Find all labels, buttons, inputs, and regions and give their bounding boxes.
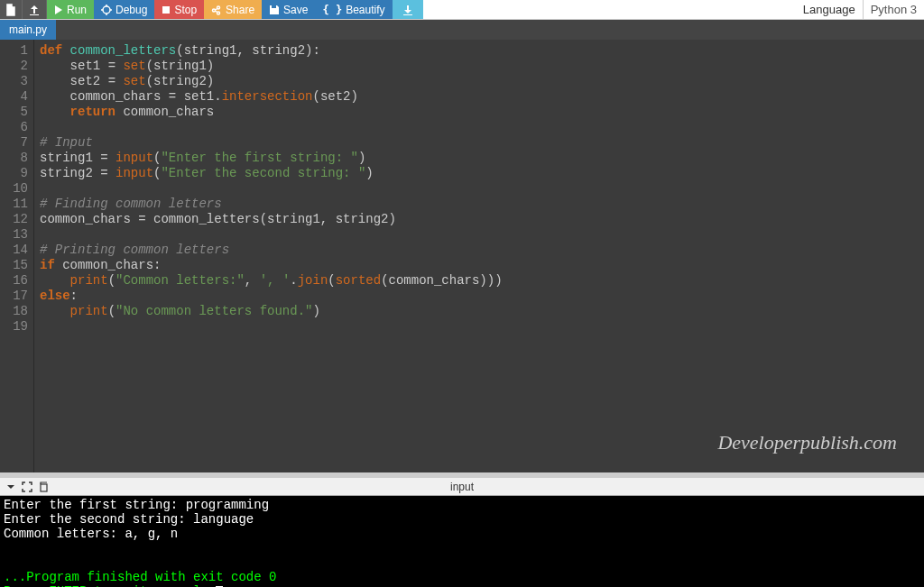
console-line: Common letters: a, g, n (4, 527, 920, 541)
line-number: 13 (4, 227, 28, 243)
line-number: 6 (4, 120, 28, 135)
tab-main-py[interactable]: main.py (0, 20, 56, 40)
line-number: 4 (4, 89, 28, 105)
code-line[interactable]: print("No common letters found.") (40, 304, 919, 319)
toolbar: Run Debug Stop Share Save { } Beautify L… (0, 0, 924, 20)
line-number: 1 (4, 43, 28, 59)
svg-point-0 (103, 6, 110, 14)
line-number: 11 (4, 197, 28, 212)
line-number: 12 (4, 212, 28, 227)
line-number: 3 (4, 74, 28, 89)
code-line[interactable]: common_chars = set1.intersection(set2) (40, 89, 919, 105)
open-file-button[interactable] (23, 0, 47, 19)
code-line[interactable]: # Finding common letters (40, 197, 919, 212)
share-icon (211, 5, 222, 15)
braces-icon: { } (322, 4, 342, 16)
line-number: 9 (4, 166, 28, 181)
line-number: 16 (4, 273, 28, 289)
stop-icon (162, 5, 171, 14)
code-line[interactable]: string1 = input("Enter the first string:… (40, 151, 919, 166)
console[interactable]: Enter the first string: programmingEnter… (0, 496, 924, 587)
stop-button[interactable]: Stop (154, 0, 204, 19)
code-line[interactable]: common_chars = common_letters(string1, s… (40, 212, 919, 227)
console-title: input (450, 481, 474, 493)
beautify-label: Beautify (346, 4, 384, 16)
debug-label: Debug (116, 4, 147, 16)
line-number: 2 (4, 59, 28, 74)
code-line[interactable]: print("Common letters:", ', '.join(sorte… (40, 273, 919, 289)
console-line: ...Program finished with exit code 0 (4, 570, 920, 584)
line-number: 7 (4, 135, 28, 151)
console-line (4, 555, 920, 570)
code-line[interactable]: return common_chars (40, 105, 919, 120)
line-number: 15 (4, 258, 28, 273)
code-area[interactable]: def common_letters(string1, string2): se… (34, 40, 924, 472)
save-button[interactable]: Save (262, 0, 315, 19)
save-label: Save (283, 4, 308, 16)
code-line[interactable]: if common_chars: (40, 258, 919, 273)
code-line[interactable]: def common_letters(string1, string2): (40, 43, 919, 59)
code-line[interactable]: string2 = input("Enter the second string… (40, 166, 919, 181)
tab-bar: main.py (0, 20, 924, 40)
console-line (4, 541, 920, 555)
watermark: Developerpublish.com (717, 431, 897, 454)
code-line[interactable] (40, 319, 919, 335)
line-number: 5 (4, 105, 28, 120)
svg-rect-5 (162, 6, 170, 14)
upload-icon (28, 4, 41, 16)
line-number: 19 (4, 319, 28, 335)
svg-rect-6 (41, 484, 47, 491)
line-number: 14 (4, 243, 28, 258)
line-number: 18 (4, 304, 28, 319)
run-button[interactable]: Run (47, 0, 94, 19)
download-button[interactable] (393, 0, 423, 19)
code-editor[interactable]: 12345678910111213141516171819 def common… (0, 40, 924, 472)
language-label: Language (796, 0, 863, 19)
save-icon (269, 5, 280, 15)
chevron-down-icon[interactable] (5, 482, 16, 492)
code-line[interactable] (40, 227, 919, 243)
share-button[interactable]: Share (204, 0, 262, 19)
console-line: Enter the first string: programming (4, 498, 920, 512)
code-line[interactable]: else: (40, 289, 919, 304)
code-line[interactable]: set2 = set(string2) (40, 74, 919, 89)
code-line[interactable] (40, 181, 919, 197)
code-line[interactable]: set1 = set(string1) (40, 59, 919, 74)
file-icon (5, 4, 16, 16)
console-toolbar: input (0, 478, 924, 496)
code-line[interactable]: # Printing common letters (40, 243, 919, 258)
debug-icon (101, 5, 112, 15)
gutter: 12345678910111213141516171819 (0, 40, 34, 472)
language-select[interactable]: Python 3 (863, 0, 924, 19)
new-file-button[interactable] (0, 0, 23, 19)
line-number: 8 (4, 151, 28, 166)
code-line[interactable]: # Input (40, 135, 919, 151)
stop-label: Stop (174, 4, 197, 16)
share-label: Share (226, 4, 254, 16)
debug-button[interactable]: Debug (94, 0, 154, 19)
line-number: 17 (4, 289, 28, 304)
line-number: 10 (4, 181, 28, 197)
play-icon (54, 5, 63, 14)
console-line: Enter the second string: language (4, 512, 920, 527)
run-label: Run (67, 4, 87, 16)
copy-icon[interactable] (38, 482, 49, 492)
download-icon (402, 4, 414, 16)
expand-icon[interactable] (22, 482, 32, 492)
code-line[interactable] (40, 120, 919, 135)
beautify-button[interactable]: { } Beautify (315, 0, 392, 19)
